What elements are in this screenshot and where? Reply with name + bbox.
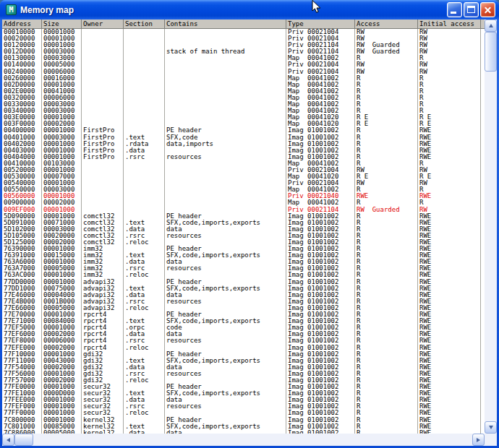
table-row[interactable]: 763AC00000001000imm32.relocImag 01001002… <box>2 272 485 278</box>
table-row[interactable]: 003E000000001000Map 00041020R ER E <box>2 114 485 121</box>
maximize-button[interactable] <box>464 2 479 17</box>
column-header-initial-access[interactable]: Initial access <box>418 20 481 28</box>
table-row[interactable]: 5D12500000002000comctl32.relocImag 01001… <box>2 239 485 246</box>
column-header-type[interactable]: Type <box>286 20 355 28</box>
table-row[interactable]: 002E000000041000Map 00041002RR <box>2 88 485 95</box>
table-row[interactable]: 0040400000001000FirstPro.rsrcresourcesIm… <box>2 154 485 160</box>
table-row[interactable]: 0041000000103000Map 00041002RR <box>2 160 485 167</box>
table-row[interactable]: 5D09000000001000comctl32PE headerImag 01… <box>2 213 485 220</box>
table-row[interactable]: 0054000000001000Priv 00021004RWRW <box>2 180 485 186</box>
table-row[interactable]: 77F5700000002000gdi32.relocImag 01001002… <box>2 377 485 384</box>
table-row[interactable]: 0012D00000003000stack of main threadPriv… <box>2 48 485 55</box>
table-row[interactable]: 77EFE00000002000rpcrt4.relocImag 0100100… <box>2 345 485 351</box>
table-row[interactable]: 77FE000000001000secur32PE headerImag 010… <box>2 384 485 390</box>
table-row[interactable]: 77DD000000001000advapi32PE headerImag 01… <box>2 279 485 285</box>
table-row[interactable]: 0032000000006000Map 00041002RR <box>2 95 485 101</box>
table-row[interactable]: 009EF00000001000Priv 00021104RW GuardedR… <box>2 207 485 213</box>
vertical-scrollbar-thumb[interactable] <box>485 32 497 72</box>
table-row[interactable]: 0026000000016000Map 00041002RR <box>2 75 485 82</box>
table-row[interactable]: 77FEE00000001000secur32.datadataImag 010… <box>2 397 485 403</box>
cell-owner: secur32 <box>82 403 124 410</box>
cell-section <box>124 35 165 42</box>
table-row[interactable]: 77E7000000001000rpcrt4PE headerImag 0100… <box>2 311 485 318</box>
cell-section: .rsrc <box>124 298 165 305</box>
table-row[interactable]: 0040000000001000FirstProPE headerImag 01… <box>2 127 485 134</box>
table-row[interactable]: 7C80100000085000kernel32.textSFX,code,im… <box>2 423 485 430</box>
table-row[interactable]: 77EF800000006000rpcrt4.rsrcresourcesImag… <box>2 337 485 344</box>
horizontal-scrollbar[interactable] <box>2 434 485 446</box>
table-row[interactable]: 0040300000001000FirstPro.dataImag 010010… <box>2 147 485 154</box>
horizontal-scrollbar-thumb[interactable] <box>14 434 33 446</box>
cell-access: R <box>355 108 418 114</box>
table-row[interactable]: 0056000000001000Priv 00021040RWERWE <box>2 193 485 199</box>
cell-initial: RWE <box>418 423 481 430</box>
table-row[interactable]: 0090000000002000Map 00041002RR <box>2 199 485 206</box>
table-row[interactable]: 77EF500000001000rpcrt4.orpccodeImag 0100… <box>2 324 485 331</box>
table-row[interactable]: 7639000000001000imm32PE headerImag 01001… <box>2 246 485 252</box>
minimize-button[interactable] <box>447 2 462 17</box>
table-row[interactable]: 77E6600000005000advapi32.relocImag 01001… <box>2 305 485 311</box>
table-row[interactable]: 003F000000002000Map 00041020R ER E <box>2 121 485 127</box>
cell-section: .text <box>124 285 165 292</box>
table-row[interactable]: 002D000000001000Map 00041002RR <box>2 82 485 88</box>
vertical-scrollbar[interactable] <box>485 20 497 434</box>
cell-contains <box>165 160 286 167</box>
cell-owner <box>82 199 124 206</box>
table-row[interactable]: 0034000000003000Map 00041002RR <box>2 108 485 114</box>
cell-section <box>124 207 165 213</box>
scroll-right-button[interactable] <box>472 434 485 446</box>
table-row[interactable]: 0012000000001000Priv 00021104RW GuardedR… <box>2 42 485 48</box>
table-row[interactable]: 0024000000006000Priv 00021004RWRW <box>2 69 485 75</box>
column-header-contains[interactable]: Contains <box>165 20 286 28</box>
table-row[interactable]: 0055000000003000Map 00041002RR <box>2 186 485 193</box>
cell-section <box>124 101 165 108</box>
scroll-left-button[interactable] <box>2 434 14 446</box>
cell-type: Priv 00021004 <box>286 180 355 186</box>
cell-section: .reloc <box>124 305 165 311</box>
cell-section <box>124 193 165 199</box>
table-row[interactable]: 77FF000000001000secur32.relocImag 010010… <box>2 410 485 416</box>
table-row[interactable]: 77E7100000084000rpcrt4.textSFX,code,impo… <box>2 318 485 324</box>
scroll-down-button[interactable] <box>485 421 497 434</box>
close-button[interactable] <box>480 2 495 17</box>
column-header-size[interactable]: Size <box>42 20 82 28</box>
cell-type: Imag 01001002 <box>286 410 355 416</box>
cell-contains: SFX,code,imports,exports <box>165 390 286 397</box>
table-row[interactable]: 5D10200000003000comctl32.datadataImag 01… <box>2 226 485 233</box>
column-header-section[interactable]: Section <box>124 20 165 28</box>
table-row[interactable]: 77DD100000075000advapi32.textSFX,code,im… <box>2 285 485 292</box>
table-row[interactable]: 77FEF00000001000secur32.rsrcresourcesIma… <box>2 403 485 410</box>
table-row[interactable]: 77F1100000043000gdi32.textSFX,code,impor… <box>2 358 485 364</box>
table-row[interactable]: 77F1000000001000gdi32PE headerImag 01001… <box>2 351 485 358</box>
table-row[interactable]: 763A600000001000imm32.datadataImag 01001… <box>2 259 485 265</box>
table-row[interactable]: 77F5400000002000gdi32.datadataImag 01001… <box>2 364 485 371</box>
table-row[interactable]: 0033000000003000Map 00041002RR <box>2 101 485 108</box>
table-row[interactable]: 763A700000005000imm32.rsrcresourcesImag … <box>2 265 485 272</box>
table-row[interactable]: 5D09100000071000comctl32.textSFX,code,im… <box>2 220 485 226</box>
table-row[interactable]: 0052000000001000Priv 00021004RWRW <box>2 167 485 173</box>
cell-contains: data,imports <box>165 141 286 147</box>
table-row[interactable]: 5D10500000020000comctl32.rsrcresourcesIm… <box>2 233 485 239</box>
column-header-access[interactable]: Access <box>355 20 418 28</box>
table-row[interactable]: 77F5600000001000gdi32.rsrcresourcesImag … <box>2 371 485 377</box>
table-row[interactable]: 0001000000001000Priv 00021004RWRW <box>2 29 485 35</box>
cell-section: .data <box>124 397 165 403</box>
table-row[interactable]: 0040100000003000FirstPro.textSFX,codeIma… <box>2 134 485 141</box>
table-row[interactable]: 0040200000001000FirstPro.rdatadata,impor… <box>2 141 485 147</box>
column-header-address[interactable]: Address <box>2 20 42 28</box>
table-row[interactable]: 77FE10000000D000secur32.textSFX,code,imp… <box>2 390 485 397</box>
table-row[interactable]: 0002000000001000Priv 00021004RWRW <box>2 35 485 42</box>
scroll-up-button[interactable] <box>485 20 497 32</box>
titlebar[interactable]: M Memory map <box>0 0 499 20</box>
table-row[interactable]: 7C80000000001000kernel32PE headerImag 01… <box>2 417 485 423</box>
table-row[interactable]: 77E4600000004000advapi32.datadataImag 01… <box>2 292 485 298</box>
table-row[interactable]: 0013000000003000Map 00041002RR <box>2 55 485 61</box>
column-header-owner[interactable]: Owner <box>82 20 124 28</box>
table-row[interactable]: 0053000000007000Map 00041020R ER E <box>2 173 485 180</box>
table-row[interactable]: 77E4B0000001B000advapi32.rsrcresourcesIm… <box>2 298 485 305</box>
cell-address: 00400000 <box>2 127 42 134</box>
table-row[interactable]: 7639100000015000imm32.textSFX,code,impor… <box>2 252 485 259</box>
cell-type: Priv 00021104 <box>286 42 355 48</box>
table-row[interactable]: 0014000000005000Priv 00021004RWRW <box>2 61 485 68</box>
table-row[interactable]: 77EF600000002000rpcrt4.datadataImag 0100… <box>2 331 485 337</box>
